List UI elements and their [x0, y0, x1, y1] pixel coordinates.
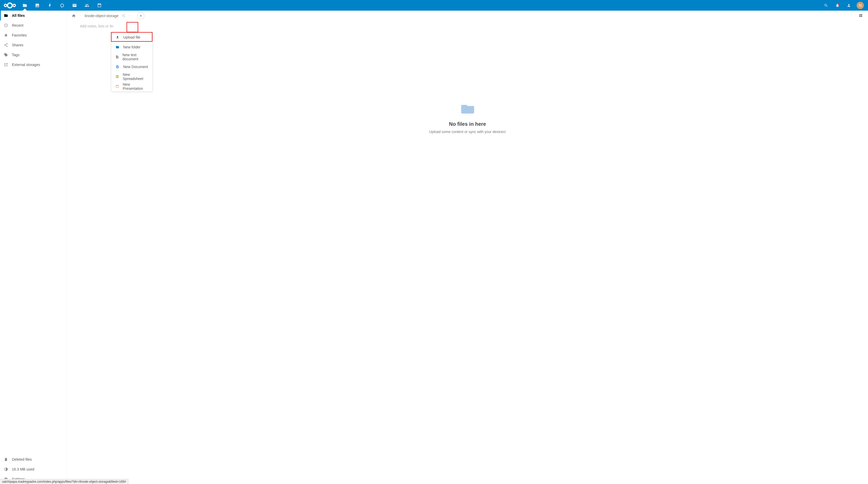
content-area: linode-object-storage Add notes, lists o…	[67, 10, 868, 484]
svg-point-3	[61, 4, 64, 7]
menu-item-new-folder[interactable]: New folder	[111, 42, 152, 52]
breadcrumb-separator-icon	[127, 13, 132, 19]
top-right: N	[820, 0, 867, 10]
empty-subtitle: Upload some content or sync with your de…	[429, 130, 506, 134]
menu-item-label: New Document	[123, 65, 148, 69]
sidebar-label: Favorites	[12, 33, 27, 37]
avatar-initial: N	[857, 2, 864, 9]
document-icon	[115, 65, 120, 68]
contacts-menu-icon[interactable]	[843, 0, 855, 10]
breadcrumb-bar: linode-object-storage	[67, 10, 868, 21]
notes-placeholder[interactable]: Add notes, lists or lin	[67, 21, 868, 31]
folder-icon	[3, 13, 9, 18]
menu-item-upload-file[interactable]: Upload file	[111, 32, 152, 42]
spreadsheet-icon	[115, 75, 120, 79]
external-icon	[3, 63, 9, 67]
sidebar-item-recent[interactable]: Recent	[0, 21, 67, 30]
presentation-icon	[115, 85, 120, 88]
trash-icon	[3, 457, 9, 461]
notification-dot	[838, 3, 840, 5]
app-gallery[interactable]	[31, 0, 43, 10]
app-talk[interactable]	[56, 0, 68, 10]
menu-item-new-spreadsheet[interactable]: New Spreadsheet	[111, 72, 152, 82]
menu-item-label: New folder	[123, 45, 141, 49]
menu-item-new-presentation[interactable]: New Presentation	[111, 82, 152, 91]
sidebar-label: Shares	[12, 43, 23, 47]
empty-title: No files in here	[449, 121, 486, 127]
sidebar-item-shares[interactable]: Shares	[0, 40, 67, 50]
plus-dropdown-menu: Upload file New folder New text document…	[111, 32, 153, 92]
folder-icon	[115, 45, 120, 49]
menu-item-label: Upload file	[123, 35, 140, 39]
breadcrumb-separator-icon	[78, 13, 83, 19]
share-icon	[3, 43, 9, 47]
app-files[interactable]	[19, 0, 31, 10]
view-toggle-grid-icon[interactable]	[857, 13, 865, 19]
upload-icon	[115, 35, 120, 39]
sidebar-item-deleted[interactable]: Deleted files	[0, 454, 67, 464]
sidebar-item-favorites[interactable]: Favorites	[0, 30, 67, 40]
sidebar-label: Tags	[12, 53, 20, 57]
breadcrumb-current[interactable]: linode-object-storage	[83, 14, 120, 18]
empty-folder-icon	[461, 104, 474, 115]
sidebar-label: Deleted files	[12, 457, 32, 461]
svg-point-2	[13, 4, 15, 6]
clock-icon	[3, 23, 9, 27]
sidebar-item-tags[interactable]: Tags	[0, 50, 67, 60]
top-bar: N	[0, 0, 868, 10]
sidebar-item-quota: 16.3 MB used	[0, 464, 67, 474]
nextcloud-logo[interactable]	[1, 2, 19, 9]
svg-point-1	[4, 4, 7, 6]
sidebar-label: All files	[12, 13, 25, 18]
menu-item-label: New Presentation	[123, 82, 149, 91]
sidebar-label: 16.3 MB used	[12, 467, 34, 471]
top-apps	[19, 0, 105, 10]
sidebar-label: External storages	[12, 63, 40, 67]
notifications-icon[interactable]	[832, 0, 843, 10]
menu-item-new-text-doc[interactable]: New text document	[111, 52, 152, 62]
menu-item-label: New Spreadsheet	[123, 72, 149, 81]
sidebar-label: Recent	[12, 23, 23, 27]
breadcrumb-share-icon[interactable]	[120, 14, 127, 18]
breadcrumb-home[interactable]	[70, 14, 78, 18]
app-contacts[interactable]	[81, 0, 93, 10]
sidebar-item-all-files[interactable]: All files	[0, 10, 67, 21]
svg-point-0	[7, 3, 12, 7]
add-button[interactable]	[137, 12, 145, 20]
quota-icon	[3, 467, 9, 471]
app-calendar[interactable]	[93, 0, 105, 10]
user-avatar[interactable]: N	[855, 0, 866, 10]
tag-icon	[3, 53, 9, 57]
search-icon[interactable]	[820, 0, 832, 10]
app-mail[interactable]	[68, 0, 81, 10]
empty-state: No files in here Upload some content or …	[67, 31, 868, 484]
app-activity[interactable]	[43, 0, 56, 10]
menu-item-new-document[interactable]: New Document	[111, 62, 152, 72]
sidebar: All files Recent Favorites Shares Tags E…	[0, 10, 67, 484]
browser-status-bar: salchipapa.madreypadre.com/index.php/app…	[0, 479, 128, 484]
text-file-icon	[115, 55, 119, 59]
sidebar-item-external-storages[interactable]: External storages	[0, 60, 67, 70]
star-icon	[3, 33, 9, 37]
menu-item-label: New text document	[122, 53, 149, 61]
